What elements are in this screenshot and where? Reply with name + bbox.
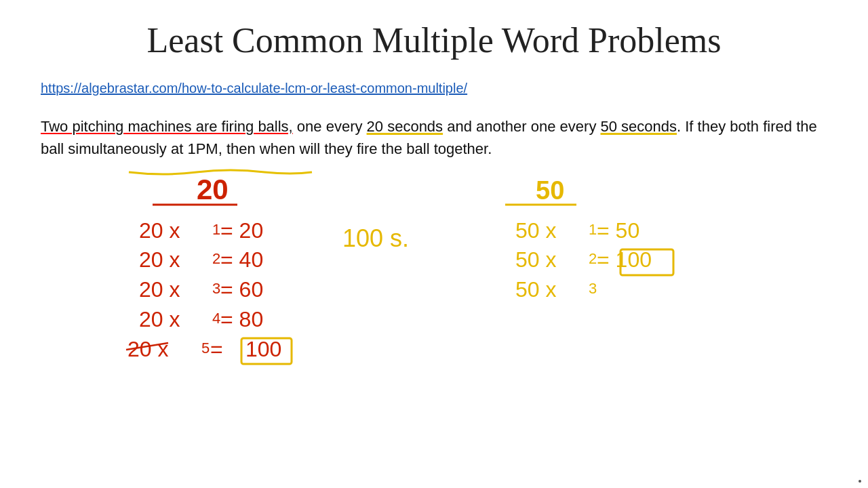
svg-text:3: 3 [212, 280, 220, 297]
svg-text:50 x: 50 x [515, 218, 556, 243]
svg-text:2: 2 [212, 250, 220, 267]
svg-text:= 60: = 60 [220, 277, 263, 302]
svg-text:100: 100 [245, 337, 281, 361]
reference-link[interactable]: https://algebrastar.com/how-to-calculate… [41, 81, 827, 96]
math-svg: 20 50 20 x 1 = 20 20 x 2 = 40 20 x 3 = 6… [41, 167, 827, 384]
svg-text:20 x: 20 x [139, 277, 180, 302]
svg-text:20 x: 20 x [139, 247, 180, 272]
math-work-area: 20 50 20 x 1 = 20 20 x 2 = 40 20 x 3 = 6… [41, 167, 827, 384]
svg-text:50 x: 50 x [515, 277, 556, 302]
svg-text:= 100: = 100 [597, 247, 652, 272]
problem-50-seconds: 50 seconds [601, 118, 677, 135]
problem-20-seconds: 20 seconds [367, 118, 443, 135]
svg-text:= 40: = 40 [220, 247, 263, 272]
svg-text:5: 5 [201, 340, 210, 357]
corner-mark [859, 480, 861, 483]
problem-text-part1: Two pitching machines are firing balls, [41, 118, 293, 135]
problem-statement: Two pitching machines are firing balls, … [41, 115, 827, 160]
svg-text:3: 3 [589, 280, 597, 297]
page-container: Least Common Multiple Word Problems http… [0, 0, 868, 488]
svg-text:20: 20 [197, 174, 229, 205]
svg-text:20 x: 20 x [139, 307, 180, 331]
svg-text:50: 50 [536, 176, 564, 205]
svg-text:50 x: 50 x [515, 247, 556, 272]
problem-text-part2: one every [293, 118, 367, 135]
svg-text:1: 1 [212, 221, 220, 238]
svg-text:= 80: = 80 [220, 307, 263, 331]
svg-text:20 x: 20 x [139, 218, 180, 243]
svg-text:=: = [210, 337, 223, 361]
svg-text:4: 4 [212, 310, 220, 327]
svg-text:100 s.: 100 s. [342, 224, 409, 252]
svg-text:= 20: = 20 [220, 218, 263, 243]
svg-text:= 50: = 50 [597, 218, 639, 243]
svg-text:1: 1 [589, 221, 597, 238]
problem-text-part3: and another one every [443, 118, 600, 135]
svg-text:2: 2 [589, 250, 597, 267]
page-title: Least Common Multiple Word Problems [41, 20, 827, 60]
